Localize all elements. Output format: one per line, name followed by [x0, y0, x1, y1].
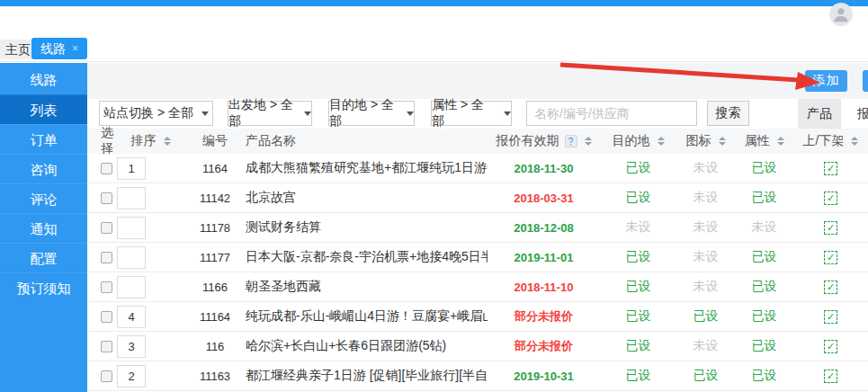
- shelf-status-cell: ✓: [793, 213, 868, 242]
- destination-status: 已设: [600, 183, 676, 212]
- product-name[interactable]: 都江堰经典亲子1日游 [促销][毕业旅行][半自...: [246, 361, 488, 390]
- close-icon[interactable]: ×: [72, 43, 78, 54]
- sidebar-item-orders[interactable]: 订单: [0, 124, 87, 154]
- shelf-status-cell: ✓: [793, 332, 868, 361]
- sort-arrows-icon[interactable]: [777, 137, 784, 146]
- row-checkbox[interactable]: [101, 281, 112, 293]
- product-name[interactable]: 测试财务结算: [246, 213, 488, 242]
- sort-arrows-icon[interactable]: [658, 137, 665, 146]
- view-tab-product[interactable]: 产品: [798, 99, 841, 129]
- sidebar-item-list[interactable]: 列表: [0, 94, 87, 124]
- on-shelf-checked-icon[interactable]: ✓: [824, 251, 837, 264]
- col-icon[interactable]: 图标: [676, 129, 735, 154]
- view-tab-quote[interactable]: 报价: [850, 99, 868, 129]
- sidebar-item-notice[interactable]: 通知: [0, 213, 87, 243]
- filter-destination-dropdown[interactable]: 目的地 > 全部: [328, 101, 415, 126]
- sort-order-input[interactable]: [117, 157, 146, 180]
- sort-order-input[interactable]: [117, 217, 146, 239]
- sort-order-input[interactable]: [117, 365, 146, 388]
- icon-status: 已设: [676, 361, 735, 390]
- icon-status: 未设: [676, 183, 735, 212]
- add-button[interactable]: 添加: [805, 70, 847, 92]
- row-checkbox[interactable]: [101, 311, 112, 323]
- sort-order-input[interactable]: [117, 306, 146, 328]
- sort-order-input[interactable]: [117, 246, 146, 269]
- row-select-cell: [87, 154, 117, 183]
- sort-arrows-icon[interactable]: [585, 137, 592, 146]
- col-shelf[interactable]: 上/下架: [793, 129, 868, 154]
- sidebar-item-config[interactable]: 配置: [0, 243, 87, 272]
- product-code: 1166: [184, 272, 246, 301]
- row-checkbox[interactable]: [101, 370, 112, 382]
- sidebar-item-booking-notes[interactable]: 预订须知: [0, 272, 87, 302]
- tab-route-label: 线路: [40, 38, 66, 59]
- row-checkbox[interactable]: [101, 252, 112, 263]
- col-select: 选择: [87, 129, 117, 154]
- row-checkbox[interactable]: [101, 341, 112, 352]
- edge-clipped-button[interactable]: [863, 70, 868, 92]
- chevron-down-icon: [201, 111, 209, 116]
- product-name[interactable]: 纯玩成都-乐山-峨嵋山4日游！豆腐宴+峨眉山...: [246, 302, 488, 331]
- destination-status: 未设: [600, 213, 676, 242]
- destination-status: 已设: [600, 154, 676, 183]
- sort-order-input[interactable]: [117, 335, 146, 358]
- tab-route[interactable]: 线路 ×: [31, 38, 87, 59]
- product-name[interactable]: 日本大阪-京都-奈良-宇治机票+地接4晚5日半...: [246, 243, 488, 272]
- sort-arrows-icon[interactable]: [719, 137, 726, 146]
- product-name[interactable]: 哈尔滨+长白山+长春6日跟团游(5钻): [246, 332, 488, 361]
- chevron-down-icon: [304, 111, 311, 116]
- row-sort-cell: [117, 154, 184, 183]
- shelf-status-cell: ✓: [793, 154, 868, 183]
- table-row: 11163 都江堰经典亲子1日游 [促销][毕业旅行][半自... 2019-1…: [87, 361, 868, 391]
- table-row: 11177 日本大阪-京都-奈良-宇治机票+地接4晚5日半... 2019-11…: [87, 243, 868, 272]
- row-checkbox[interactable]: [101, 192, 112, 204]
- quote-validity: 2019-11-01: [488, 243, 600, 272]
- on-shelf-checked-icon[interactable]: ✓: [824, 370, 837, 383]
- sidebar-item-comments[interactable]: 评论: [0, 183, 87, 213]
- search-input[interactable]: [526, 101, 697, 126]
- help-icon[interactable]: ?: [565, 135, 577, 147]
- col-sort-label: 排序: [131, 133, 157, 149]
- on-shelf-checked-icon[interactable]: ✓: [824, 340, 837, 353]
- product-name[interactable]: 朝圣圣地西藏: [246, 272, 488, 301]
- sort-order-input[interactable]: [117, 187, 146, 209]
- product-name[interactable]: 成都大熊猫繁殖研究基地+都江堰纯玩1日游√...: [246, 154, 488, 183]
- tab-home[interactable]: 主页: [0, 40, 36, 59]
- sidebar-item-routes[interactable]: 线路: [0, 65, 87, 94]
- sidebar-item-consult[interactable]: 咨询: [0, 154, 87, 183]
- shelf-status-cell: ✓: [793, 302, 868, 331]
- table-row: 116 哈尔滨+长白山+长春6日跟团游(5钻) 部分未报价 已设 未设 已设 ✓: [87, 332, 868, 361]
- filter-site-label: 站点切换 > 全部: [103, 105, 193, 121]
- icon-status: 已设: [676, 302, 735, 331]
- col-destination[interactable]: 目的地: [600, 129, 676, 154]
- avatar[interactable]: [829, 3, 853, 26]
- row-select-cell: [87, 361, 117, 390]
- sort-arrows-icon[interactable]: [164, 137, 171, 146]
- on-shelf-checked-icon[interactable]: ✓: [824, 281, 837, 294]
- on-shelf-checked-icon[interactable]: ✓: [824, 192, 837, 205]
- icon-status: 未设: [676, 272, 735, 301]
- on-shelf-checked-icon[interactable]: ✓: [824, 310, 837, 324]
- destination-status: 已设: [600, 243, 676, 272]
- destination-status: 已设: [600, 272, 676, 301]
- filter-attribute-dropdown[interactable]: 属性 > 全部: [431, 101, 512, 126]
- sort-arrows-icon[interactable]: [851, 137, 858, 146]
- product-name[interactable]: 北京故宫: [246, 183, 488, 212]
- top-bar: [0, 0, 868, 6]
- filter-departure-dropdown[interactable]: 出发地 > 全部: [228, 101, 312, 126]
- attribute-status: 已设: [735, 361, 793, 390]
- sort-order-input[interactable]: [117, 276, 146, 298]
- on-shelf-checked-icon[interactable]: ✓: [824, 162, 837, 175]
- search-button[interactable]: 搜索: [707, 101, 749, 126]
- col-sort[interactable]: 排序: [117, 129, 184, 154]
- row-checkbox[interactable]: [101, 222, 112, 234]
- shelf-status-cell: ✓: [793, 183, 868, 212]
- table-row: 11164 纯玩成都-乐山-峨嵋山4日游！豆腐宴+峨眉山... 部分未报价 已设…: [87, 302, 868, 332]
- on-shelf-checked-icon[interactable]: ✓: [824, 221, 837, 235]
- filter-destination-label: 目的地 > 全部: [329, 97, 398, 129]
- col-attribute[interactable]: 属性: [735, 129, 793, 154]
- filter-site-dropdown[interactable]: 站点切换 > 全部: [99, 101, 213, 126]
- col-validity[interactable]: 报价有效期 ?: [488, 129, 600, 154]
- chevron-down-icon: [407, 111, 414, 116]
- row-checkbox[interactable]: [101, 163, 112, 174]
